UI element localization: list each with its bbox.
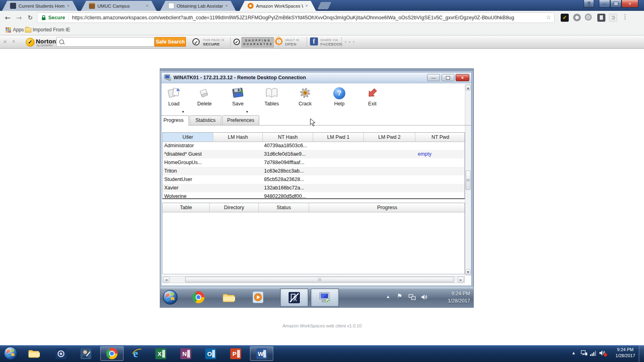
host-volume-icon[interactable] <box>599 350 606 356</box>
tab-close-icon[interactable]: × <box>305 4 308 8</box>
vault-badge[interactable]: VAULT IS OPEN <box>285 38 299 46</box>
share-facebook-badge[interactable]: SHARE VIA FACEBOOK <box>320 38 343 46</box>
hash-row-administrator[interactable]: Administrator 40739aa18503c6... <box>163 142 464 150</box>
window-close-button[interactable]: × <box>621 0 638 8</box>
new-tab-button[interactable] <box>318 2 331 9</box>
host-signal-icon[interactable] <box>590 351 597 356</box>
column-header-status[interactable]: Status <box>259 203 309 212</box>
ophcrack-crack-button[interactable]: Crack <box>293 84 318 113</box>
window-maximize-button[interactable] <box>610 0 621 8</box>
forward-button[interactable]: → <box>14 12 24 23</box>
tab-close-icon[interactable]: × <box>146 4 149 8</box>
norton-more-icon[interactable]: ● ● ● <box>345 40 355 43</box>
vertical-scroll-thumb[interactable] <box>466 171 471 190</box>
imported-from-ie-bookmark[interactable]: Imported From IE <box>33 27 70 33</box>
column-header-lm-pwd-1[interactable]: LM Pwd 1 <box>313 133 364 142</box>
extension-icon-2[interactable] <box>585 14 592 21</box>
hash-row-triton[interactable]: Triton 1c63e28bcc3ab... <box>163 167 464 175</box>
host-excel-icon[interactable]: X <box>153 347 169 360</box>
ophcrack-delete-button[interactable]: Delete <box>192 84 217 113</box>
rdp-title-bar[interactable]: WINATK01 - 172.21.23.12 - Remote Desktop… <box>161 72 471 83</box>
host-explorer-icon[interactable] <box>26 347 42 360</box>
column-header-nt-pwd[interactable]: NT Pwd <box>415 133 465 142</box>
scroll-left-icon[interactable]: ◄ <box>163 277 169 282</box>
extension-icon-1[interactable] <box>573 14 581 21</box>
host-ie-icon[interactable]: e <box>128 347 144 360</box>
host-word-icon[interactable]: W <box>254 347 270 360</box>
ophcrack-task-button[interactable] <box>280 288 308 307</box>
url-input[interactable] <box>72 15 543 21</box>
workspace-explorer-icon[interactable] <box>222 292 235 303</box>
ophcrack-help-button[interactable]: ? Help <box>327 84 352 113</box>
column-header-lm-pwd-2[interactable]: LM Pwd 2 <box>364 133 415 142</box>
back-button[interactable]: ← <box>2 12 13 23</box>
column-header-directory[interactable]: Directory <box>210 203 259 212</box>
network-icon[interactable] <box>409 294 416 300</box>
action-center-flag-icon[interactable]: ⚑ <box>397 292 402 300</box>
hash-row-homegroupuser[interactable]: HomeGroupUs... 7d788e094fffaaf... <box>163 158 464 167</box>
norton-extension-icon[interactable]: ✓ <box>561 14 569 22</box>
host-outlook-icon[interactable]: O <box>202 347 219 360</box>
load-dropdown-icon[interactable]: ▼ <box>182 110 184 113</box>
extension-icon-3[interactable] <box>597 14 605 22</box>
tab-preferences[interactable]: Preferences <box>222 115 259 125</box>
column-header-lm-hash[interactable]: LM Hash <box>213 133 263 142</box>
scroll-right-icon[interactable]: ► <box>458 277 464 282</box>
column-header-nt-hash[interactable]: NT Hash <box>263 133 313 142</box>
pdf-extension-icon[interactable] <box>609 14 617 22</box>
hash-row-wolverine[interactable]: Wolverine 94802280d5df00... <box>163 192 464 199</box>
norton-search-input[interactable] <box>64 38 154 46</box>
tab-amazon-workspaces[interactable]: Amazon WorkSpaces We × <box>239 1 316 11</box>
ophcrack-exit-button[interactable]: Exit <box>360 84 385 113</box>
host-onenote-icon[interactable]: N <box>178 347 194 360</box>
column-header-progress[interactable]: Progress <box>309 203 465 212</box>
host-network-icon[interactable] <box>581 350 588 356</box>
host-start-button[interactable] <box>4 346 18 360</box>
norton-close-icon[interactable]: × <box>3 39 7 45</box>
workspace-clock[interactable]: 9:24 PM 1/28/2017 <box>448 290 470 304</box>
workspace-media-player-icon[interactable] <box>252 291 264 303</box>
hash-row-guest[interactable]: *disabled* Guest 31d6cfe0d16ae9... empty <box>163 150 464 158</box>
tab-umuc-campus[interactable]: UMUC Campus × <box>81 1 157 11</box>
apps-label[interactable]: Apps <box>13 27 24 33</box>
host-clock[interactable]: 9:24 PM 1/28/2017 <box>615 347 635 359</box>
address-bar[interactable]: Secure ☆ <box>37 12 555 23</box>
host-powerpoint-icon[interactable]: P <box>227 347 244 360</box>
apps-grid-icon[interactable] <box>6 27 11 33</box>
save-dropdown-icon[interactable]: ▼ <box>246 110 248 113</box>
ophcrack-save-button[interactable]: Save ▼ <box>225 84 250 113</box>
safe-search-button[interactable]: Safe Search <box>155 37 186 47</box>
norton-search-box[interactable] <box>56 37 155 47</box>
workspace-start-button[interactable] <box>163 290 178 305</box>
tab-current-students-home[interactable]: Current Students Home × <box>2 1 78 11</box>
volume-icon[interactable] <box>421 294 428 300</box>
tab-statistics[interactable]: Statistics <box>190 115 221 125</box>
column-header-table[interactable]: Table <box>163 203 210 212</box>
tab-close-icon[interactable]: × <box>225 4 228 8</box>
host-app-icon-1[interactable] <box>53 347 69 360</box>
profile-button[interactable] <box>584 0 594 8</box>
shopping-guarantee-badge[interactable]: S H O P P I N G G U A R A N T E E <box>242 37 274 47</box>
tab-obtaining-lab-assistance[interactable]: Obtaining Lab Assistance × <box>160 1 236 11</box>
facebook-icon[interactable]: f <box>310 37 318 45</box>
window-minimize-button[interactable]: — <box>599 0 610 8</box>
reload-button[interactable]: ↻ <box>25 12 35 23</box>
rdp-minimize-button[interactable]: — <box>427 74 440 81</box>
scroll-up-icon[interactable]: ▲ <box>466 85 471 90</box>
ophcrack-tables-button[interactable]: Tables <box>259 84 284 113</box>
remote-desktop-task-button[interactable] <box>311 288 339 307</box>
rdp-restore-button[interactable] <box>442 74 454 81</box>
horizontal-scroll-thumb[interactable] <box>185 277 454 282</box>
browser-menu-icon[interactable]: ⋮ <box>622 13 628 21</box>
vertical-scrollbar[interactable]: ▲ ▼ <box>465 84 471 276</box>
show-desktop-button[interactable] <box>639 345 644 362</box>
host-app-icon-2[interactable] <box>78 347 94 360</box>
hash-row-xavier[interactable]: Xavier 132ab166bc72a... <box>163 184 464 192</box>
rdp-close-button[interactable]: × <box>456 74 469 81</box>
norton-collapse-icon[interactable]: ∧ <box>12 39 15 44</box>
tab-close-icon[interactable]: × <box>67 4 70 8</box>
horizontal-scrollbar[interactable]: ◄ ► <box>162 276 465 283</box>
scroll-down-icon[interactable]: ▼ <box>466 269 471 275</box>
tab-progress[interactable]: Progress <box>161 115 189 125</box>
column-header-user[interactable]: ▼ User <box>163 133 213 142</box>
